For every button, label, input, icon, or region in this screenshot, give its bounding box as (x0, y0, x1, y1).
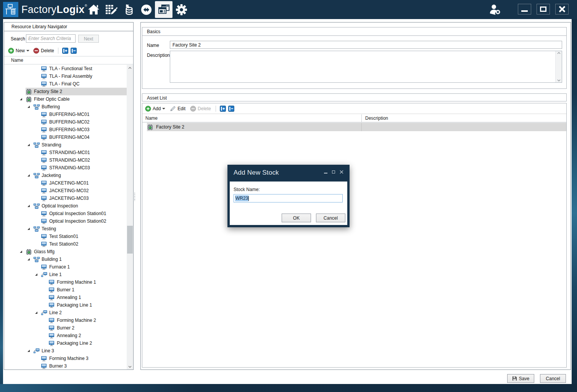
tree-item-content[interactable]: Burner 2 (48, 324, 127, 332)
tree-item-content[interactable]: Building 1 (33, 255, 127, 263)
tree-item[interactable]: Stranding (4, 141, 127, 149)
panel-splitter[interactable] (134, 193, 135, 201)
tree-item-content[interactable]: BUFFERING-MC02 (41, 118, 127, 126)
tree-item[interactable]: Forming Machine 2 (4, 316, 127, 324)
tree-item-content[interactable]: Jacketing (33, 172, 127, 179)
tree-item[interactable]: BUFFERING-MC02 (4, 118, 127, 126)
new-button[interactable]: New (16, 48, 25, 53)
tree-item[interactable]: Line 3 (4, 347, 127, 355)
tree-item-content[interactable]: Optical Inspection (33, 202, 127, 210)
tree-item[interactable]: JACKETING-MC02 (4, 187, 127, 194)
tree-item-content[interactable]: Annealing 1 (48, 294, 127, 301)
tree-item-content[interactable]: Forming Machine 1 (48, 278, 127, 286)
collapse-all-button[interactable] (228, 106, 234, 112)
description-textarea[interactable] (170, 51, 562, 83)
tree-item-content[interactable]: STRANDING-MC01 (41, 149, 127, 156)
description-scrollbar[interactable] (555, 51, 562, 82)
save-button[interactable]: Save (507, 374, 534, 383)
expand-all-button[interactable] (62, 48, 68, 54)
dialog-close-icon[interactable] (340, 170, 343, 174)
column-separator[interactable] (361, 114, 362, 122)
expander-collapse-icon[interactable] (27, 227, 33, 230)
tree-item[interactable]: Optical Inspection Station01 (4, 210, 127, 217)
tree-item[interactable]: Annealing 2 (4, 332, 127, 339)
scroll-up-button[interactable] (127, 65, 133, 71)
expand-all-button[interactable] (220, 106, 226, 112)
nav-home-button[interactable] (85, 1, 102, 18)
new-dropdown-icon[interactable] (26, 50, 29, 51)
tree-item-content[interactable]: TLA - Final Assembly (41, 72, 127, 80)
tree-item[interactable]: TLA - Final QC (4, 80, 127, 88)
tree-item-content[interactable]: Forming Machine 2 (48, 316, 127, 324)
tree-column-header[interactable]: Name (4, 56, 133, 64)
asset-row[interactable]: Factory Site 2 (142, 123, 566, 131)
nav-transfer-button[interactable] (137, 1, 155, 18)
add-dropdown-icon[interactable] (162, 108, 165, 109)
expander-collapse-icon[interactable] (27, 258, 33, 261)
nav-resource-library-button[interactable] (155, 1, 172, 18)
tree-item[interactable]: Line 1 (4, 271, 127, 278)
tree-item-content[interactable]: Line 1 (41, 271, 127, 278)
expander-collapse-icon[interactable] (27, 105, 33, 108)
tree-item-content[interactable]: Buffering (33, 103, 127, 111)
dialog-ok-button[interactable]: OK (282, 214, 311, 222)
user-logout-button[interactable] (488, 3, 502, 15)
nav-import-button[interactable] (120, 1, 137, 18)
tree-item[interactable]: BUFFERING-MC01 (4, 111, 127, 118)
tree-item-content[interactable]: Furnace 1 (41, 263, 127, 271)
tree-item[interactable]: STRANDING-MC02 (4, 156, 127, 164)
tree-item-content[interactable]: Line 2 (41, 309, 127, 316)
collapse-all-button[interactable] (71, 48, 77, 54)
tree-item[interactable]: Factory Site 2 (4, 88, 127, 95)
tree-item[interactable]: Forming Machine 3 (4, 355, 127, 362)
tree-item-content[interactable]: BUFFERING-MC01 (41, 111, 127, 118)
name-input[interactable] (170, 41, 562, 49)
expander-collapse-icon[interactable] (27, 349, 33, 352)
tree-item-content[interactable]: BUFFERING-MC03 (41, 126, 127, 133)
dialog-minimize-icon[interactable] (324, 173, 327, 174)
tree-item-content[interactable]: Stranding (33, 141, 127, 149)
tree-item-content[interactable]: Burner 3 (41, 362, 127, 370)
tree-item-content[interactable]: Optical Inspection Station01 (41, 210, 127, 217)
dialog-cancel-button[interactable]: Cancel (316, 214, 345, 222)
tree-item[interactable]: STRANDING-MC01 (4, 149, 127, 156)
scrollbar-thumb[interactable] (127, 226, 133, 254)
nav-settings-button[interactable] (172, 1, 190, 18)
delete-button[interactable]: Delete (41, 48, 54, 53)
tree-item-content[interactable]: Factory Site 2 (26, 88, 127, 95)
maximize-button[interactable] (537, 4, 550, 14)
tree-item[interactable]: Burner 3 (4, 362, 127, 370)
tree-item[interactable]: BUFFERING-MC04 (4, 133, 127, 141)
tree-item[interactable]: Packaging Line 1 (4, 301, 127, 309)
tree-item-content[interactable]: Packaging Line 1 (48, 301, 127, 309)
tree-item-content[interactable]: Fiber Optic Cable (26, 95, 127, 103)
tree-item[interactable]: TLA - Final Assembly (4, 72, 127, 80)
expander-collapse-icon[interactable] (27, 174, 33, 177)
tree-item[interactable]: Burner 2 (4, 324, 127, 332)
expander-collapse-icon[interactable] (19, 98, 26, 101)
tree-item[interactable]: Testing (4, 225, 127, 233)
tree-item[interactable]: Forming Machine 1 (4, 278, 127, 286)
tree-item-content[interactable]: Annealing 2 (48, 332, 127, 339)
expander-collapse-icon[interactable] (35, 273, 41, 276)
tree-item-content[interactable]: STRANDING-MC02 (41, 156, 127, 164)
tree-item-content[interactable]: TLA - Functional Test (41, 65, 127, 72)
tree-item[interactable]: JACKETING-MC01 (4, 179, 127, 187)
tree-item[interactable]: Jacketing (4, 172, 127, 179)
tree-item-content[interactable]: TLA - Final QC (41, 80, 127, 88)
tree-item-content[interactable]: Testing (33, 225, 127, 233)
tree-item-content[interactable]: Test Station01 (41, 233, 127, 240)
tree-item-content[interactable]: Test Station02 (41, 240, 127, 248)
column-name[interactable]: Name (145, 116, 158, 121)
tree-item[interactable]: BUFFERING-MC03 (4, 126, 127, 133)
expander-collapse-icon[interactable] (27, 204, 33, 207)
stock-name-input[interactable]: WR23 (234, 194, 343, 202)
tree-item-content[interactable]: Burner 1 (48, 286, 127, 294)
tree-item-content[interactable]: BUFFERING-MC04 (41, 133, 127, 141)
tree-item[interactable]: Burner 1 (4, 286, 127, 294)
tree-item[interactable]: Annealing 1 (4, 294, 127, 301)
tree-item[interactable]: Packaging Line 2 (4, 339, 127, 347)
tree-item[interactable]: Glass Mfg (4, 248, 127, 255)
tree-item[interactable]: Optical Inspection (4, 202, 127, 210)
asset-add-button[interactable]: Add (153, 106, 161, 111)
